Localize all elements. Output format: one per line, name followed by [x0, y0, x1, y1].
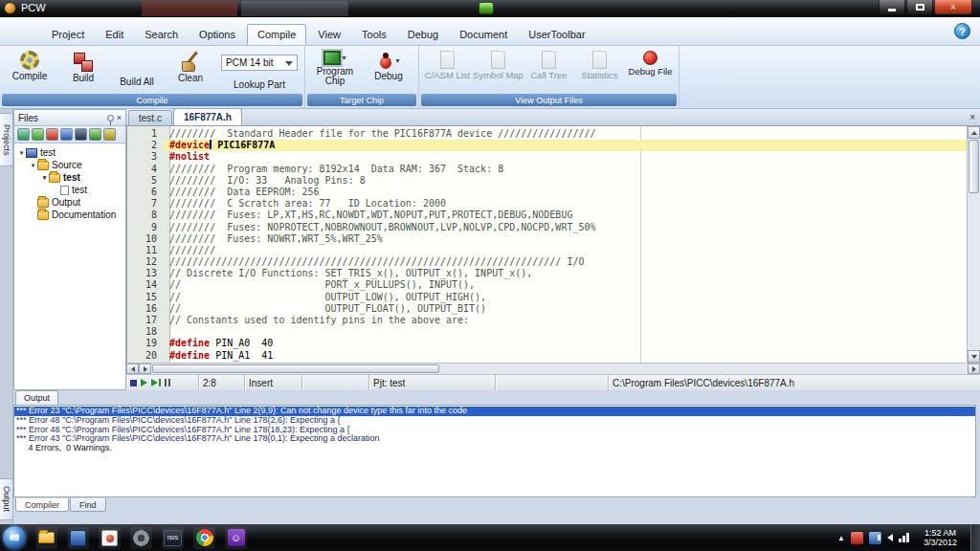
lookup-part-button[interactable]: Lookup Part	[234, 79, 285, 90]
code-line-20[interactable]: 20#define PIN_A1 41	[127, 350, 967, 362]
ribbon-button-build[interactable]: Build	[56, 48, 110, 94]
code-line-17[interactable]: 17// Constants used to identify pins in …	[127, 315, 967, 326]
code-line-10[interactable]: 10//////// Fuses: NOWRT,WRT_5%,WRT_25%	[127, 233, 967, 245]
close-button[interactable]: ×	[934, 0, 972, 14]
ribbon-button-program-chip[interactable]: ▾Program Chip	[308, 48, 362, 94]
pause-icon[interactable]	[165, 379, 170, 386]
ribbon-button-clean[interactable]: Clean	[164, 48, 217, 94]
media-taskbar-button[interactable]	[130, 527, 152, 549]
code-line-13[interactable]: 13// Discrete I/O Functions: SET_TRIS_x(…	[127, 268, 967, 279]
antivirus-tray-icon[interactable]	[851, 532, 863, 544]
tree-item-documentation[interactable]: Documentation	[14, 209, 125, 221]
word-taskbar-button[interactable]	[67, 527, 89, 549]
menu-tab-edit[interactable]: Edit	[96, 25, 133, 45]
output-line-5[interactable]: 4 Errors, 0 Warnings.	[14, 444, 975, 453]
tree-item-test[interactable]: ▾test	[14, 146, 125, 159]
output-tab-compiler[interactable]: Compiler	[15, 498, 69, 512]
code-line-6[interactable]: 6//////// Data EEPROM: 256	[127, 187, 967, 198]
menu-tab-document[interactable]: Document	[450, 25, 517, 45]
code-line-12[interactable]: 12//////////////////////////////////////…	[127, 256, 967, 268]
editor-tab-16f877a-h[interactable]: 16F877A.h	[173, 108, 242, 125]
isis-taskbar-button[interactable]: ISIS	[162, 527, 184, 549]
ribbon-button-debug[interactable]: ▾Debug	[362, 48, 415, 94]
code-line-5[interactable]: 5//////// I/O: 33 Analog Pins: 8	[127, 175, 967, 187]
maximize-button[interactable]	[906, 0, 933, 14]
menu-tab-usertoolbar[interactable]: UserToolbar	[519, 25, 594, 45]
step-icon[interactable]	[151, 379, 161, 386]
output-panel-tab[interactable]: Output	[15, 390, 58, 405]
ribbon-button-compile[interactable]: Compile	[3, 48, 56, 94]
properties-icon[interactable]	[75, 128, 87, 141]
dropdown-arrow-icon[interactable]: ▾	[395, 56, 399, 65]
explorer-taskbar-button[interactable]	[35, 527, 57, 549]
network-icon[interactable]	[899, 533, 910, 542]
volume-icon[interactable]	[887, 534, 893, 541]
code-line-11[interactable]: 11////////	[127, 245, 967, 256]
menu-tab-debug[interactable]: Debug	[398, 25, 448, 45]
code-line-9[interactable]: 9//////// Fuses: NOPROTECT,NOBROWNOUT,BR…	[127, 222, 967, 233]
ribbon-button-build-all[interactable]: Build All	[110, 48, 164, 94]
code-line-7[interactable]: 7//////// C Scratch area: 77 ID Location…	[127, 198, 967, 209]
menu-tab-view[interactable]: View	[308, 25, 350, 45]
scroll-up-arrow[interactable]	[968, 126, 980, 139]
show-desktop-button[interactable]	[970, 524, 980, 551]
tree-item-test[interactable]: test	[14, 184, 125, 196]
code-line-14[interactable]: 14// PORT_x_PULLUPS(), INPUT(),	[127, 279, 967, 291]
menu-tab-options[interactable]: Options	[189, 25, 245, 45]
menu-tab-project[interactable]: Project	[42, 25, 94, 45]
tree-expand-icon[interactable]: ▾	[29, 162, 37, 169]
tree-item-test[interactable]: ▾test	[14, 171, 125, 184]
minimize-button[interactable]	[879, 0, 905, 14]
yahoo-taskbar-button[interactable]: ☺	[225, 527, 247, 549]
pin-icon[interactable]	[107, 115, 114, 121]
dropdown-arrow-icon[interactable]: ▾	[342, 54, 345, 62]
sort-icon[interactable]	[103, 128, 116, 141]
code-line-8[interactable]: 8//////// Fuses: LP,XT,HS,RC,NOWDT,WDT,N…	[127, 209, 967, 221]
refresh-icon[interactable]	[89, 128, 101, 141]
start-button[interactable]	[3, 526, 26, 549]
output-tab-find[interactable]: Find	[70, 498, 106, 512]
projects-side-tab[interactable]: Projects	[0, 113, 13, 166]
tree-expand-icon[interactable]: ▾	[17, 149, 26, 157]
miktex-taskbar-button[interactable]	[99, 527, 121, 549]
horizontal-scrollbar[interactable]	[126, 363, 980, 374]
ribbon-button-debug-file[interactable]: Debug File	[625, 48, 676, 94]
document-close-icon[interactable]: ×	[969, 112, 975, 122]
files-close-icon[interactable]: ×	[117, 114, 122, 122]
output-side-tab[interactable]: Output	[0, 478, 13, 520]
code-line-18[interactable]: 18	[127, 326, 967, 338]
chrome-taskbar-button[interactable]	[193, 527, 215, 549]
open-file-icon[interactable]	[60, 128, 73, 141]
vertical-scrollbar[interactable]	[967, 126, 980, 363]
tray-expand-icon[interactable]: ▲	[837, 534, 845, 542]
menu-tab-tools[interactable]: Tools	[352, 25, 396, 45]
menu-tab-compile[interactable]: Compile	[247, 24, 306, 45]
code-line-1[interactable]: 1//////// Standard Header file for the P…	[127, 128, 967, 140]
output-line-4[interactable]: *** Error 43 "C:\Program Files\PICC\devi…	[14, 434, 975, 444]
scroll-left-arrow[interactable]	[126, 364, 139, 374]
part-dropdown[interactable]: PCM 14 bit	[221, 55, 298, 71]
tree-item-source[interactable]: ▾Source	[14, 159, 125, 171]
editor-tab-test-c[interactable]: test.c	[128, 110, 172, 125]
help-button[interactable]: ?	[954, 23, 970, 39]
taskbar-clock[interactable]: 1:52 AM 3/3/2012	[916, 528, 965, 547]
add-file-icon[interactable]	[32, 128, 44, 141]
play-icon[interactable]	[141, 379, 147, 386]
remove-file-icon[interactable]	[46, 128, 58, 141]
code-editor[interactable]: 1//////// Standard Header file for the P…	[126, 126, 980, 363]
tree-view-icon[interactable]	[17, 128, 30, 141]
scroll-down-arrow[interactable]	[968, 350, 980, 363]
code-line-15[interactable]: 15// OUTPUT_LOW(), OUTPUT_HIGH(),	[127, 292, 967, 303]
tree-expand-icon[interactable]: ▾	[40, 174, 49, 182]
scroll-right-arrow[interactable]	[968, 364, 980, 374]
code-line-4[interactable]: 4//////// Program memory: 8192x14 Data R…	[127, 164, 967, 175]
code-line-2[interactable]: 2#device PIC16F877A	[127, 140, 967, 151]
tree-item-output[interactable]: Output	[14, 196, 125, 209]
vertical-scroll-thumb[interactable]	[969, 140, 979, 193]
code-line-3[interactable]: 3#nolist	[127, 151, 967, 163]
horizontal-scroll-thumb[interactable]	[152, 364, 439, 373]
scroll-right-arrow-inner[interactable]	[139, 364, 151, 374]
stop-icon[interactable]	[130, 380, 137, 386]
code-line-19[interactable]: 19#define PIN_A0 40	[127, 338, 967, 349]
menu-tab-search[interactable]: Search	[135, 25, 188, 45]
